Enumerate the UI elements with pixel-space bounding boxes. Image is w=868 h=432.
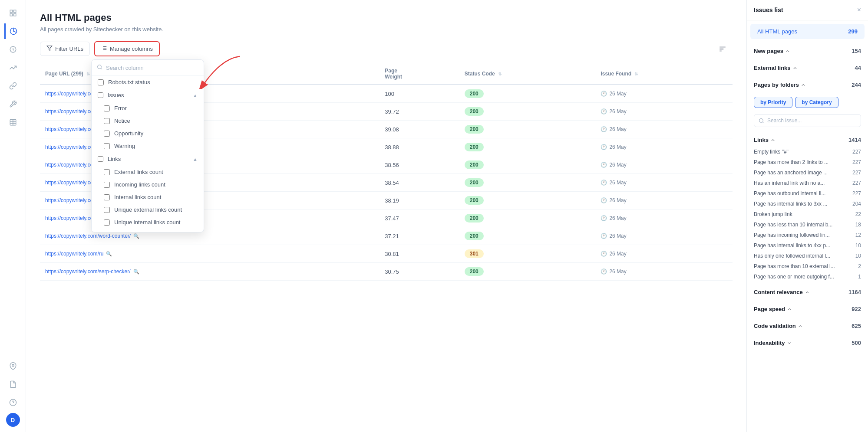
- col-header-status[interactable]: Status Code ⇅: [459, 63, 596, 85]
- sidebar-icon-file[interactable]: [5, 376, 21, 392]
- pages-by-folders-header[interactable]: Pages by folders 244: [754, 78, 861, 92]
- page-url-link[interactable]: https://copywritely.co: [45, 91, 93, 97]
- tab-row: by Priority by Category: [747, 93, 868, 111]
- new-pages-section: New pages 154: [747, 43, 868, 59]
- status-badge: 200: [465, 89, 484, 98]
- sidebar-icon-location[interactable]: [5, 358, 21, 374]
- code-validation-header[interactable]: Code validation 625: [754, 319, 861, 333]
- sidebar-icon-dashboard[interactable]: [5, 5, 21, 21]
- col-header-issue[interactable]: Issue Found ⇅: [595, 63, 733, 85]
- dropdown-item-opportunity[interactable]: Opportunity: [98, 127, 204, 140]
- dropdown-group-label-links: Links: [108, 156, 121, 162]
- checkbox-uniq-ext[interactable]: [104, 207, 110, 213]
- sidebar-icon-tool[interactable]: [5, 96, 21, 112]
- page-url-link[interactable]: https://copywritely.co: [45, 180, 93, 186]
- sort-icon-button[interactable]: [713, 42, 733, 56]
- issue-count: 204: [852, 201, 861, 207]
- checkbox-ext-links[interactable]: [104, 169, 110, 175]
- issue-label: Has only one followed internal l...: [754, 253, 852, 259]
- search-issue-input[interactable]: [754, 114, 861, 127]
- issue-count: 10: [855, 242, 861, 249]
- page-url-link[interactable]: https://copywritely.co: [45, 162, 93, 168]
- cell-issue-date: 🕐 26 May: [595, 174, 733, 192]
- content-relevance-header[interactable]: Content relevance 1164: [754, 285, 861, 299]
- issue-entry[interactable]: Page has more than 10 external l... 2: [754, 261, 861, 272]
- sidebar-icon-grid[interactable]: [5, 115, 21, 130]
- svg-point-7: [12, 364, 14, 367]
- issue-entry[interactable]: Page has internal links to 3xx ... 204: [754, 199, 861, 209]
- manage-columns-button[interactable]: Manage columns: [94, 41, 160, 56]
- issue-entry[interactable]: Page has an anchored image ... 227: [754, 167, 861, 178]
- user-avatar[interactable]: D: [6, 413, 20, 427]
- external-links-header[interactable]: External links 44: [754, 61, 861, 75]
- checkbox-issues-group[interactable]: [98, 92, 103, 98]
- checkbox-uniq-int[interactable]: [104, 219, 110, 226]
- filter-urls-button[interactable]: Filter URLs: [40, 42, 90, 56]
- checkbox-inc-links[interactable]: [104, 182, 110, 188]
- sidebar-icon-link[interactable]: [5, 78, 21, 94]
- issue-entry[interactable]: Page has incoming followed lin... 12: [754, 230, 861, 240]
- checkbox-int-links[interactable]: [104, 194, 110, 200]
- dropdown-group-links[interactable]: Links ▲: [92, 152, 204, 166]
- checkbox-links-group[interactable]: [98, 156, 103, 162]
- new-pages-header[interactable]: New pages 154: [754, 44, 861, 58]
- dropdown-search-input[interactable]: [106, 65, 198, 71]
- sidebar-icon-gauge[interactable]: [5, 42, 21, 57]
- indexability-header[interactable]: Indexability 500: [754, 336, 861, 350]
- issue-entry[interactable]: Has only one followed internal l... 10: [754, 251, 861, 261]
- tab-by-category[interactable]: by Category: [795, 97, 838, 108]
- issue-entry[interactable]: Page has less than 10 internal b... 18: [754, 219, 861, 230]
- issue-entry[interactable]: Page has more than 2 links to ... 227: [754, 157, 861, 167]
- issue-label: Page has internal links to 3xx ...: [754, 201, 849, 207]
- links-section-header[interactable]: Links 1414: [754, 133, 861, 147]
- issue-entry[interactable]: Broken jump link 22: [754, 209, 861, 219]
- dropdown-item-robots[interactable]: Robots.txt status: [92, 76, 204, 88]
- cell-status: 200: [459, 85, 596, 103]
- checkbox-opportunity[interactable]: [104, 131, 110, 137]
- tab-by-priority[interactable]: by Priority: [754, 97, 792, 108]
- sidebar-icon-help[interactable]: [5, 395, 21, 410]
- issue-count: 2: [858, 263, 861, 269]
- page-url-link[interactable]: https://copywritely.co: [45, 126, 93, 132]
- all-html-pages-item[interactable]: All HTML pages 299: [750, 24, 865, 39]
- checkbox-robots[interactable]: [98, 79, 104, 85]
- issue-entry[interactable]: Page has outbound internal li... 227: [754, 188, 861, 199]
- checkbox-warning[interactable]: [104, 143, 110, 149]
- dropdown-item-uniq-ext[interactable]: Unique external links count: [98, 203, 204, 216]
- cell-weight: 37.47: [380, 209, 459, 227]
- checkbox-notice[interactable]: [104, 118, 110, 124]
- clock-icon: 🕐: [601, 91, 607, 97]
- dropdown-item-error[interactable]: Error: [98, 102, 204, 115]
- issue-entry[interactable]: Page has one or more outgoing f... 1: [754, 272, 861, 282]
- url-search-icon[interactable]: 🔍: [133, 269, 139, 275]
- sidebar-icon-trend[interactable]: [5, 60, 21, 75]
- dropdown-item-uniq-int[interactable]: Unique internal links count: [98, 216, 204, 229]
- status-badge: 200: [465, 107, 484, 116]
- cell-weight: 38.88: [380, 138, 459, 156]
- url-search-icon[interactable]: 🔍: [106, 251, 112, 257]
- table-row: https://copywritely.com/serp-checker/ 🔍 …: [40, 263, 733, 281]
- col-header-weight: PageWeight: [380, 63, 459, 85]
- page-url-link[interactable]: https://copywritely.com/ru: [45, 251, 103, 257]
- issue-entry[interactable]: Empty links "#" 227: [754, 147, 861, 157]
- url-search-icon[interactable]: 🔍: [133, 233, 139, 239]
- sidebar-icon-chart[interactable]: [4, 23, 20, 39]
- checkbox-error[interactable]: [104, 105, 110, 111]
- dropdown-group-issues[interactable]: Issues ▲: [92, 88, 204, 102]
- page-url-link[interactable]: https://copywritely.co: [45, 144, 93, 150]
- dropdown-item-warning[interactable]: Warning: [98, 140, 204, 152]
- issue-entry[interactable]: Page has internal links to 4xx p... 10: [754, 240, 861, 251]
- page-url-link[interactable]: https://copywritely.com/word-counter/: [45, 233, 131, 239]
- dropdown-item-notice[interactable]: Notice: [98, 115, 204, 127]
- dropdown-item-inc-links[interactable]: Incoming links count: [98, 178, 204, 191]
- dropdown-item-int-links[interactable]: Internal links count: [98, 191, 204, 203]
- dropdown-item-ext-links[interactable]: External links count: [98, 166, 204, 178]
- page-speed-header[interactable]: Page speed 922: [754, 302, 861, 316]
- issue-entry[interactable]: Has an internal link with no a... 227: [754, 178, 861, 188]
- page-url-link[interactable]: https://copywritely.com/serp-checker/: [45, 268, 131, 275]
- close-button[interactable]: ×: [857, 6, 861, 14]
- svg-rect-2: [10, 14, 12, 16]
- page-url-link[interactable]: https://copywritely.co: [45, 108, 93, 115]
- page-subtitle: All pages crawled by Sitechecker on this…: [40, 26, 733, 33]
- issues-sub-items: Error Notice Opportunity Warning: [92, 102, 204, 152]
